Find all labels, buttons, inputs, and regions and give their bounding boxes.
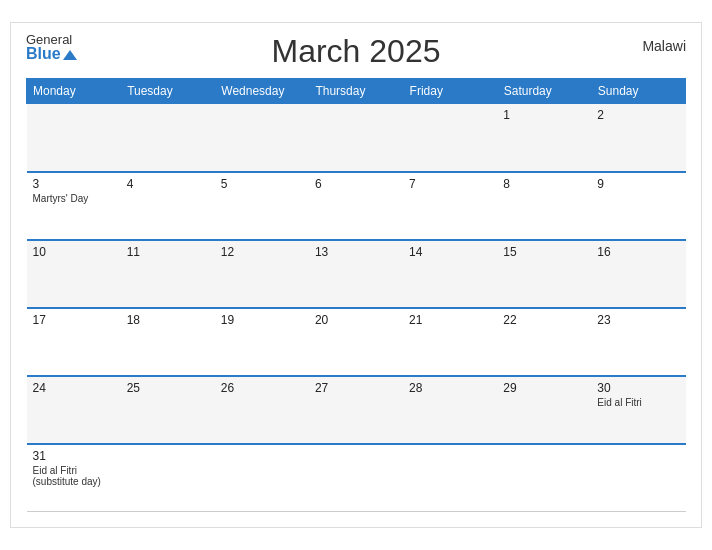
day-number: 26 (221, 381, 303, 395)
day-cell-w2-d2: 12 (215, 240, 309, 308)
week-row-4: 24252627282930Eid al Fitri (27, 376, 686, 444)
header-saturday: Saturday (497, 79, 591, 104)
day-number: 8 (503, 177, 585, 191)
logo-blue-text: Blue (26, 46, 61, 62)
day-number: 19 (221, 313, 303, 327)
day-cell-w0-d4 (403, 104, 497, 172)
day-number: 16 (597, 245, 679, 259)
day-cell-w3-d2: 19 (215, 308, 309, 376)
day-number: 11 (127, 245, 209, 259)
day-number: 1 (503, 108, 585, 122)
day-number: 17 (33, 313, 115, 327)
day-number: 21 (409, 313, 491, 327)
week-row-1: 3Martyrs' Day456789 (27, 172, 686, 240)
day-number: 28 (409, 381, 491, 395)
day-number: 30 (597, 381, 679, 395)
day-cell-w4-d6: 30Eid al Fitri (591, 376, 685, 444)
day-cell-w1-d0: 3Martyrs' Day (27, 172, 121, 240)
day-cell-w3-d6: 23 (591, 308, 685, 376)
day-cell-w5-d0: 31Eid al Fitri (substitute day) (27, 444, 121, 512)
header-wednesday: Wednesday (215, 79, 309, 104)
day-number: 4 (127, 177, 209, 191)
day-cell-w2-d0: 10 (27, 240, 121, 308)
event-label: Martyrs' Day (33, 193, 115, 204)
week-row-5: 31Eid al Fitri (substitute day) (27, 444, 686, 512)
logo-triangle-icon (63, 50, 77, 60)
day-number: 7 (409, 177, 491, 191)
logo: General Blue (26, 33, 77, 62)
day-number: 6 (315, 177, 397, 191)
day-cell-w5-d4 (403, 444, 497, 512)
header-sunday: Sunday (591, 79, 685, 104)
day-cell-w5-d2 (215, 444, 309, 512)
day-number: 12 (221, 245, 303, 259)
day-cell-w2-d5: 15 (497, 240, 591, 308)
day-cell-w4-d4: 28 (403, 376, 497, 444)
day-cell-w1-d1: 4 (121, 172, 215, 240)
week-row-0: 12 (27, 104, 686, 172)
event-label: Eid al Fitri (substitute day) (33, 465, 115, 487)
day-number: 14 (409, 245, 491, 259)
day-cell-w1-d5: 8 (497, 172, 591, 240)
day-cell-w5-d6 (591, 444, 685, 512)
calendar-header: General Blue March 2025 Malawi (26, 33, 686, 70)
country-label: Malawi (642, 38, 686, 54)
day-cell-w1-d2: 5 (215, 172, 309, 240)
day-number: 18 (127, 313, 209, 327)
day-number: 23 (597, 313, 679, 327)
day-cell-w1-d4: 7 (403, 172, 497, 240)
day-cell-w0-d6: 2 (591, 104, 685, 172)
day-cell-w5-d3 (309, 444, 403, 512)
day-cell-w4-d3: 27 (309, 376, 403, 444)
day-cell-w2-d4: 14 (403, 240, 497, 308)
day-number: 15 (503, 245, 585, 259)
calendar-title: March 2025 (272, 33, 441, 70)
week-row-3: 17181920212223 (27, 308, 686, 376)
day-number: 2 (597, 108, 679, 122)
day-cell-w3-d5: 22 (497, 308, 591, 376)
day-cell-w0-d3 (309, 104, 403, 172)
day-cell-w4-d2: 26 (215, 376, 309, 444)
calendar-body: 123Martyrs' Day4567891011121314151617181… (27, 104, 686, 512)
event-label: Eid al Fitri (597, 397, 679, 408)
day-cell-w4-d0: 24 (27, 376, 121, 444)
day-cell-w3-d0: 17 (27, 308, 121, 376)
day-cell-w4-d1: 25 (121, 376, 215, 444)
day-number: 29 (503, 381, 585, 395)
day-cell-w0-d0 (27, 104, 121, 172)
day-cell-w3-d4: 21 (403, 308, 497, 376)
day-number: 25 (127, 381, 209, 395)
day-cell-w0-d1 (121, 104, 215, 172)
day-cell-w2-d1: 11 (121, 240, 215, 308)
header-tuesday: Tuesday (121, 79, 215, 104)
day-cell-w3-d3: 20 (309, 308, 403, 376)
day-number: 9 (597, 177, 679, 191)
day-number: 24 (33, 381, 115, 395)
day-number: 31 (33, 449, 115, 463)
day-cell-w2-d3: 13 (309, 240, 403, 308)
days-header-row: Monday Tuesday Wednesday Thursday Friday… (27, 79, 686, 104)
header-thursday: Thursday (309, 79, 403, 104)
day-cell-w1-d6: 9 (591, 172, 685, 240)
day-cell-w1-d3: 6 (309, 172, 403, 240)
day-cell-w4-d5: 29 (497, 376, 591, 444)
day-cell-w0-d2 (215, 104, 309, 172)
header-monday: Monday (27, 79, 121, 104)
day-number: 20 (315, 313, 397, 327)
day-cell-w5-d1 (121, 444, 215, 512)
day-cell-w5-d5 (497, 444, 591, 512)
header-friday: Friday (403, 79, 497, 104)
day-number: 13 (315, 245, 397, 259)
day-cell-w3-d1: 18 (121, 308, 215, 376)
week-row-2: 10111213141516 (27, 240, 686, 308)
day-number: 10 (33, 245, 115, 259)
calendar-container: General Blue March 2025 Malawi Monday Tu… (10, 22, 702, 528)
day-cell-w2-d6: 16 (591, 240, 685, 308)
day-number: 22 (503, 313, 585, 327)
day-number: 27 (315, 381, 397, 395)
day-cell-w0-d5: 1 (497, 104, 591, 172)
day-number: 3 (33, 177, 115, 191)
day-number: 5 (221, 177, 303, 191)
calendar-grid: Monday Tuesday Wednesday Thursday Friday… (26, 78, 686, 512)
